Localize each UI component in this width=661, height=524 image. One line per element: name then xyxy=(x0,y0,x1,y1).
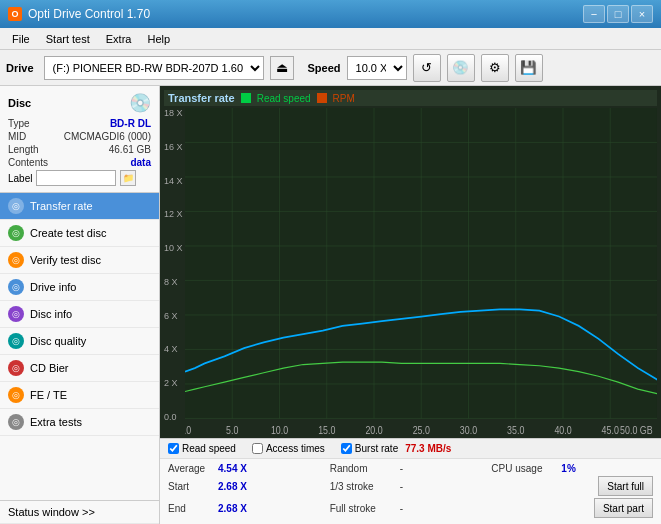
svg-text:25.0: 25.0 xyxy=(412,424,430,436)
disc-length-row: Length 46.61 GB xyxy=(8,144,151,155)
legend-rpm-label: RPM xyxy=(333,93,355,104)
label-label: Label xyxy=(8,173,32,184)
disc-quality-icon: ◎ xyxy=(8,333,24,349)
disc-header: Disc 💿 xyxy=(8,92,151,114)
svg-text:20.0: 20.0 xyxy=(365,424,383,436)
svg-text:10.0: 10.0 xyxy=(270,424,288,436)
random-label: Random xyxy=(330,463,400,474)
disc-info-icon: ◎ xyxy=(8,306,24,322)
type-value: BD-R DL xyxy=(110,118,151,129)
burst-rate-checkbox[interactable] xyxy=(341,443,352,454)
avg-label: Average xyxy=(168,463,218,474)
avg-value: 4.54 X xyxy=(218,463,263,474)
access-times-checkbox-item: Access times xyxy=(252,443,325,454)
start-full-button[interactable]: Start full xyxy=(598,476,653,496)
status-window-label: Status window >> xyxy=(8,506,95,518)
end-value: 2.68 X xyxy=(218,503,263,514)
nav-label-extra-tests: Extra tests xyxy=(30,416,82,428)
nav-item-disc-info[interactable]: ◎ Disc info xyxy=(0,301,159,328)
label-folder-button[interactable]: 📁 xyxy=(120,170,136,186)
nav-item-fe-te[interactable]: ◎ FE / TE xyxy=(0,382,159,409)
full-stroke-label: Full stroke xyxy=(330,503,400,514)
y-label-14: 14 X xyxy=(164,176,183,186)
nav-item-disc-quality[interactable]: ◎ Disc quality xyxy=(0,328,159,355)
fe-te-icon: ◎ xyxy=(8,387,24,403)
create-test-icon: ◎ xyxy=(8,225,24,241)
chart-container: Transfer rate Read speed RPM 18 X 16 X 1… xyxy=(160,86,661,438)
status-nav: Status window >> xyxy=(0,500,159,524)
verify-test-icon: ◎ xyxy=(8,252,24,268)
y-label-12: 12 X xyxy=(164,209,183,219)
start-part-button[interactable]: Start part xyxy=(594,498,653,518)
nav-item-drive-info[interactable]: ◎ Drive info xyxy=(0,274,159,301)
start-label: Start xyxy=(168,481,218,492)
speed-select[interactable]: 10.0 X ↓ xyxy=(347,56,407,80)
y-label-16: 16 X xyxy=(164,142,183,152)
drive-info-icon: ◎ xyxy=(8,279,24,295)
maximize-button[interactable]: □ xyxy=(607,5,629,23)
stats-section: Average 4.54 X Random - CPU usage 1% Sta… xyxy=(160,458,661,524)
legend-read-color xyxy=(241,93,251,103)
label-input[interactable] xyxy=(36,170,116,186)
content-area: Transfer rate Read speed RPM 18 X 16 X 1… xyxy=(160,86,661,524)
menu-help[interactable]: Help xyxy=(139,31,178,47)
menu-extra[interactable]: Extra xyxy=(98,31,140,47)
burst-rate-value: 77.3 MB/s xyxy=(405,443,451,454)
disc-contents-row: Contents data xyxy=(8,157,151,168)
read-speed-label: Read speed xyxy=(182,443,236,454)
svg-text:50.0 GB: 50.0 GB xyxy=(620,424,652,436)
y-label-8: 8 X xyxy=(164,277,183,287)
extra-tests-icon: ◎ xyxy=(8,414,24,430)
disc-icon: 💿 xyxy=(129,92,151,114)
disc-type-row: Type BD-R DL xyxy=(8,118,151,129)
cpu-label: CPU usage xyxy=(491,463,561,474)
eject-button[interactable]: ⏏ xyxy=(270,56,294,80)
nav-item-extra-tests[interactable]: ◎ Extra tests xyxy=(0,409,159,436)
drive-select[interactable]: (F:) PIONEER BD-RW BDR-207D 1.60 xyxy=(44,56,264,80)
nav-label-disc-quality: Disc quality xyxy=(30,335,86,347)
checkboxes-row: Read speed Access times Burst rate 77.3 … xyxy=(160,438,661,458)
access-times-checkbox[interactable] xyxy=(252,443,263,454)
mid-label: MID xyxy=(8,131,26,142)
read-speed-checkbox[interactable] xyxy=(168,443,179,454)
stats-row-2: Start 2.68 X 1/3 stroke - Start full xyxy=(168,476,653,496)
start-group: Start 2.68 X xyxy=(168,481,330,492)
nav-item-status-window[interactable]: Status window >> xyxy=(0,501,159,524)
disc-button[interactable]: 💿 xyxy=(447,54,475,82)
cd-bier-icon: ◎ xyxy=(8,360,24,376)
stroke13-label: 1/3 stroke xyxy=(330,481,400,492)
titlebar: O Opti Drive Control 1.70 − □ × xyxy=(0,0,661,28)
y-label-0: 0.0 xyxy=(164,412,183,422)
nav-item-verify-test-disc[interactable]: ◎ Verify test disc xyxy=(0,247,159,274)
svg-text:15.0: 15.0 xyxy=(318,424,336,436)
full-stroke-group: Full stroke - xyxy=(330,503,492,514)
full-stroke-value: - xyxy=(400,503,440,514)
y-label-18: 18 X xyxy=(164,108,183,118)
stats-row-1: Average 4.54 X Random - CPU usage 1% xyxy=(168,463,653,474)
refresh-button[interactable]: ↺ xyxy=(413,54,441,82)
cpu-value: 1% xyxy=(561,463,601,474)
minimize-button[interactable]: − xyxy=(583,5,605,23)
chart-area: 18 X 16 X 14 X 12 X 10 X 8 X 6 X 4 X 2 X… xyxy=(164,108,657,436)
close-button[interactable]: × xyxy=(631,5,653,23)
start-value: 2.68 X xyxy=(218,481,263,492)
nav-item-cd-bier[interactable]: ◎ CD Bier xyxy=(0,355,159,382)
menu-start-test[interactable]: Start test xyxy=(38,31,98,47)
contents-value: data xyxy=(130,157,151,168)
nav-item-transfer-rate[interactable]: ◎ Transfer rate xyxy=(0,193,159,220)
main-area: Disc 💿 Type BD-R DL MID CMCMAGDI6 (000) … xyxy=(0,86,661,524)
drive-label: Drive xyxy=(6,62,34,74)
save-button[interactable]: 💾 xyxy=(515,54,543,82)
end-label: End xyxy=(168,503,218,514)
sidebar: Disc 💿 Type BD-R DL MID CMCMAGDI6 (000) … xyxy=(0,86,160,524)
svg-text:35.0: 35.0 xyxy=(507,424,525,436)
access-times-label: Access times xyxy=(266,443,325,454)
contents-label: Contents xyxy=(8,157,48,168)
stroke13-group: 1/3 stroke - xyxy=(330,481,492,492)
settings-button[interactable]: ⚙ xyxy=(481,54,509,82)
nav-item-create-test-disc[interactable]: ◎ Create test disc xyxy=(0,220,159,247)
random-value: - xyxy=(400,463,440,474)
disc-panel: Disc 💿 Type BD-R DL MID CMCMAGDI6 (000) … xyxy=(0,86,159,193)
menu-file[interactable]: File xyxy=(4,31,38,47)
mid-value: CMCMAGDI6 (000) xyxy=(64,131,151,142)
